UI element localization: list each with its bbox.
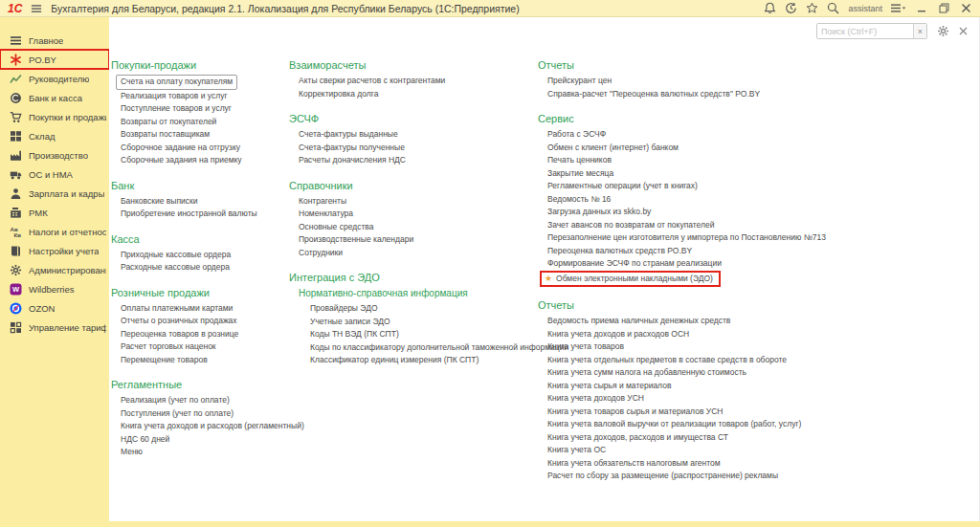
panel-column: Покупки-продажиСчета на оплату покупател… bbox=[111, 59, 289, 495]
panel-link[interactable]: Учетные записи ЭДО bbox=[289, 316, 538, 329]
sidebar-item-chart[interactable]: Руководителю bbox=[0, 69, 109, 88]
panel-link[interactable]: Книга учета доходов и расходов (регламен… bbox=[111, 420, 289, 433]
panel-link[interactable]: Счета-фактуры полученные bbox=[289, 142, 538, 155]
panel-link[interactable]: Перезаполнение цен изготовителя у импорт… bbox=[538, 231, 979, 245]
panel-link[interactable]: Производственные календари bbox=[289, 233, 538, 247]
panel-close-icon[interactable] bbox=[959, 27, 968, 35]
panel-link[interactable]: Возвраты поставщикам bbox=[111, 128, 289, 142]
panel-settings-gear-icon[interactable] bbox=[937, 25, 949, 37]
panel-link[interactable]: Ведомость приема наличных денежных средс… bbox=[538, 315, 979, 328]
panel-link[interactable]: Номенклатура bbox=[289, 208, 538, 221]
panel-link[interactable]: НДС 60 дней bbox=[111, 433, 289, 447]
panel-link[interactable]: Переоценка валютных средств РО.BY bbox=[538, 245, 979, 258]
panel-link[interactable]: Коды ТН ВЭД (ПК СПТ) bbox=[289, 328, 538, 341]
panel-link[interactable]: Книга учета доходов, расходов и имуществ… bbox=[538, 431, 979, 445]
sidebar-item-book[interactable]: Настройки учета bbox=[0, 241, 109, 260]
history-icon[interactable] bbox=[785, 2, 797, 14]
sidebar-item-ozon[interactable]: OZON bbox=[0, 298, 109, 318]
panel-link[interactable]: Зачет авансов по возвратам от покупателе… bbox=[538, 219, 979, 232]
panel-link[interactable]: Формирование ЭСЧФ по странам реализации bbox=[538, 257, 979, 271]
sidebar-item-asterisk[interactable]: РО.BY bbox=[0, 50, 109, 69]
panel-link[interactable]: Книга учета сумм налога на добавленную с… bbox=[538, 366, 979, 380]
panel-link[interactable]: Расходные кассовые ордера bbox=[111, 261, 289, 274]
panel-link[interactable]: Меню bbox=[111, 446, 289, 459]
panel-link[interactable]: Поступление товаров и услуг bbox=[111, 102, 289, 116]
main-menu-icon[interactable] bbox=[891, 2, 906, 14]
panel-link[interactable]: Корректировка долга bbox=[289, 88, 538, 101]
notifications-bell-icon[interactable] bbox=[764, 2, 776, 14]
panel-link[interactable]: Переоценка товаров в рознице bbox=[111, 328, 289, 341]
panel-link[interactable]: Реализация товаров и услуг bbox=[111, 90, 289, 103]
panel-link[interactable]: Перемещение товаров bbox=[111, 354, 289, 367]
panel-link[interactable]: Основные средства bbox=[289, 221, 538, 234]
panel-link[interactable]: Расчет по сбору за размещение (распростр… bbox=[538, 470, 979, 483]
sidebar-item-tiles[interactable]: Управление тарифом bbox=[0, 318, 109, 337]
sidebar-item-gear[interactable]: Администрирование bbox=[0, 260, 109, 279]
hamburger-menu-icon[interactable] bbox=[31, 3, 42, 14]
search-clear-icon[interactable]: × bbox=[913, 24, 926, 38]
sidebar-item-register[interactable]: РМК bbox=[0, 203, 109, 222]
favorites-star-icon[interactable] bbox=[806, 2, 818, 14]
sidebar-item-factory[interactable]: Производство bbox=[0, 145, 109, 165]
panel-link[interactable]: Приобретение иностранной валюты bbox=[111, 208, 289, 221]
section-title: Регламентные bbox=[111, 379, 289, 390]
panel-link[interactable]: Книга учета отдельных предметов в состав… bbox=[538, 354, 979, 367]
sidebar-item-wildberries[interactable]: WWildberries bbox=[0, 279, 109, 298]
panel-link[interactable]: Книга учета доходов и расходов ОСН bbox=[538, 328, 979, 341]
panel-link[interactable]: Сборочное задание на отгрузку bbox=[111, 142, 289, 155]
panel-link[interactable]: Акты сверки расчетов с контрагентами bbox=[289, 75, 538, 88]
panel-link-edo-exchange[interactable]: Обмен электронными накладными (ЭДО) bbox=[556, 273, 713, 286]
panel-link[interactable]: Книга учета ОС bbox=[538, 444, 979, 457]
sidebar-item-tax[interactable]: АвКвНалоги и отчетность bbox=[0, 222, 109, 241]
panel-link-focused[interactable]: Счета на оплату покупателям bbox=[116, 75, 237, 90]
menu-lines-icon bbox=[10, 34, 22, 47]
sidebar-item-label: Wildberries bbox=[29, 284, 75, 295]
panel-link[interactable]: Регламентные операции (учет в книгах) bbox=[538, 180, 979, 193]
sidebar-item-boxes[interactable]: Склад bbox=[0, 126, 109, 145]
panel-link[interactable]: Загрузка данных из skko.by bbox=[538, 206, 979, 219]
panel-link[interactable]: Приходные кассовые ордера bbox=[111, 249, 289, 262]
person-icon bbox=[10, 187, 22, 200]
panel-link[interactable]: Книга учета обязательств налоговым агент… bbox=[538, 457, 979, 471]
panel-link[interactable]: Справка-расчет "Переоценка валютных сред… bbox=[538, 88, 979, 101]
panel-link[interactable]: Ведомость № 16 bbox=[538, 193, 979, 207]
sidebar-item-coin[interactable]: Банк и касса bbox=[0, 88, 109, 107]
restore-button[interactable] bbox=[937, 2, 950, 15]
panel-link[interactable]: Отчеты о розничных продажах bbox=[111, 315, 289, 328]
panel-link[interactable]: Книга учета товаров сырья и материалов У… bbox=[538, 406, 979, 419]
panel-link[interactable]: Счета-фактуры выданные bbox=[289, 128, 538, 142]
panel-link[interactable]: Поступления (учет по оплате) bbox=[111, 407, 289, 421]
sidebar-item-truck[interactable]: ОС и НМА bbox=[0, 165, 109, 184]
panel-link[interactable]: Контрагенты bbox=[289, 195, 538, 209]
panel-link[interactable]: Прейскурант цен bbox=[538, 75, 979, 88]
search-input[interactable] bbox=[817, 24, 913, 38]
sidebar-item-menu-lines[interactable]: Главное bbox=[0, 31, 109, 50]
panel-link[interactable]: Печать ценников bbox=[538, 154, 979, 167]
panel-link[interactable]: Сотрудники bbox=[289, 247, 538, 260]
panel-link[interactable]: Обмен с клиент (интернет) банком bbox=[538, 142, 979, 155]
sidebar-item-cart[interactable]: Покупки и продажи bbox=[0, 107, 109, 126]
panel-link[interactable]: Книга учета доходов УСН bbox=[538, 392, 979, 406]
minimize-button[interactable] bbox=[915, 2, 928, 15]
panel-link[interactable]: Реализация (учет по оплате) bbox=[111, 394, 289, 407]
close-button[interactable] bbox=[959, 2, 972, 15]
panel-link[interactable]: Классификатор единиц измерения (ПК СПТ) bbox=[289, 354, 538, 367]
panel-link[interactable]: Банковские выписки bbox=[111, 195, 289, 209]
search-icon[interactable] bbox=[827, 2, 839, 14]
panel-link[interactable]: Возвраты от покупателей bbox=[111, 116, 289, 129]
section-title: Розничные продажи bbox=[111, 287, 289, 298]
panel-link[interactable]: Сборочные задания на приемку bbox=[111, 154, 289, 167]
window-title: Бухгалтерия для Беларуси, редакция 2.1. … bbox=[51, 3, 519, 14]
panel-link[interactable]: Книга учета сырья и материалов bbox=[538, 380, 979, 393]
panel-link[interactable]: Книга учета валовой выручки от реализаци… bbox=[538, 418, 979, 431]
panel-link[interactable]: Коды по классификатору дополнительной та… bbox=[289, 341, 538, 355]
panel-link[interactable]: Расчет торговых наценок bbox=[111, 340, 289, 354]
panel-link[interactable]: Оплаты платежными картами bbox=[111, 302, 289, 316]
panel-link[interactable]: Работа с ЭСЧФ bbox=[538, 128, 979, 142]
panel-link[interactable]: Расчеты доначисления НДС bbox=[289, 154, 538, 167]
panel-link-row: Счета на оплату покупателям bbox=[111, 75, 289, 90]
panel-link[interactable]: Закрытие месяца bbox=[538, 167, 979, 181]
panel-link[interactable]: Провайдеры ЭДО bbox=[289, 302, 538, 316]
sidebar-item-person[interactable]: Зарплата и кадры bbox=[0, 184, 109, 203]
panel-link[interactable]: Книга учета товаров bbox=[538, 340, 979, 354]
